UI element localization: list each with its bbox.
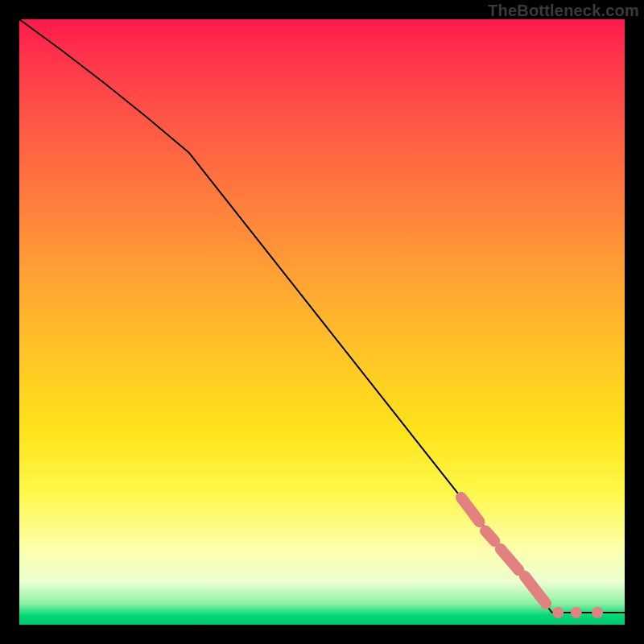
watermark-text: TheBottleneck.com: [488, 2, 639, 20]
highlight-segment: [485, 530, 494, 541]
highlight-segment: [525, 576, 546, 604]
highlight-dot: [592, 607, 603, 618]
highlight-dot: [552, 607, 564, 618]
highlight-segment: [461, 497, 480, 522]
highlight-segment: [501, 549, 519, 570]
highlight-segments: [461, 497, 546, 604]
highlight-dots: [552, 607, 603, 618]
chart-frame: TheBottleneck.com: [0, 0, 644, 644]
bottleneck-curve: [19, 19, 625, 613]
chart-overlay: [19, 19, 625, 625]
highlight-dot: [571, 607, 582, 618]
